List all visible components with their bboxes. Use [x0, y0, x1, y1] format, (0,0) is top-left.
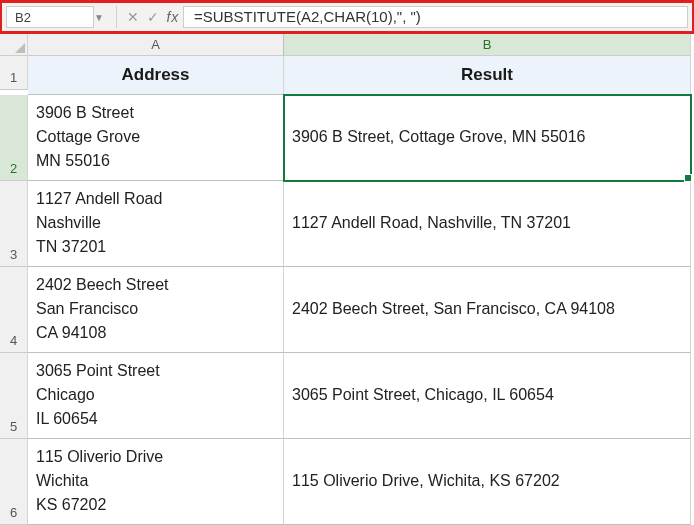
row-header-3[interactable]: 3 [0, 181, 28, 267]
row-header-5[interactable]: 5 [0, 353, 28, 439]
row-header-4[interactable]: 4 [0, 267, 28, 353]
name-box[interactable]: B2 [6, 6, 94, 28]
cell-B5[interactable]: 3065 Point Street, Chicago, IL 60654 [284, 353, 691, 439]
enter-icon[interactable]: ✓ [143, 9, 163, 25]
name-box-dropdown-icon[interactable]: ▼ [94, 12, 110, 23]
select-all-triangle[interactable] [0, 34, 28, 56]
cell-A2[interactable]: 3906 B Street Cottage Grove MN 55016 [28, 95, 284, 181]
cell-A5[interactable]: 3065 Point Street Chicago IL 60654 [28, 353, 284, 439]
cell-A6[interactable]: 115 Oliverio Drive Wichita KS 67202 [28, 439, 284, 525]
cell-B4[interactable]: 2402 Beech Street, San Francisco, CA 941… [284, 267, 691, 353]
cell-B1[interactable]: Result [284, 56, 691, 95]
cell-A3[interactable]: 1127 Andell Road Nashville TN 37201 [28, 181, 284, 267]
cell-A4[interactable]: 2402 Beech Street San Francisco CA 94108 [28, 267, 284, 353]
cell-B3[interactable]: 1127 Andell Road, Nashville, TN 37201 [284, 181, 691, 267]
cancel-icon[interactable]: ✕ [123, 9, 143, 25]
formula-input[interactable]: =SUBSTITUTE(A2,CHAR(10),", ") [183, 6, 688, 28]
column-header-A[interactable]: A [28, 34, 284, 56]
column-header-B[interactable]: B [284, 34, 691, 56]
row-header-2[interactable]: 2 [0, 95, 28, 181]
separator [116, 6, 117, 28]
row-header-1[interactable]: 1 [0, 56, 28, 90]
formula-bar: B2 ▼ ✕ ✓ fx =SUBSTITUTE(A2,CHAR(10),", "… [0, 0, 694, 34]
cell-A1[interactable]: Address [28, 56, 284, 95]
spreadsheet-grid: A B 1 Address Result 2 3906 B Street Cot… [0, 34, 694, 525]
row-header-6[interactable]: 6 [0, 439, 28, 525]
cell-B2[interactable]: 3906 B Street, Cottage Grove, MN 55016 [284, 95, 691, 181]
fx-icon[interactable]: fx [163, 9, 183, 25]
cell-B6[interactable]: 115 Oliverio Drive, Wichita, KS 67202 [284, 439, 691, 525]
